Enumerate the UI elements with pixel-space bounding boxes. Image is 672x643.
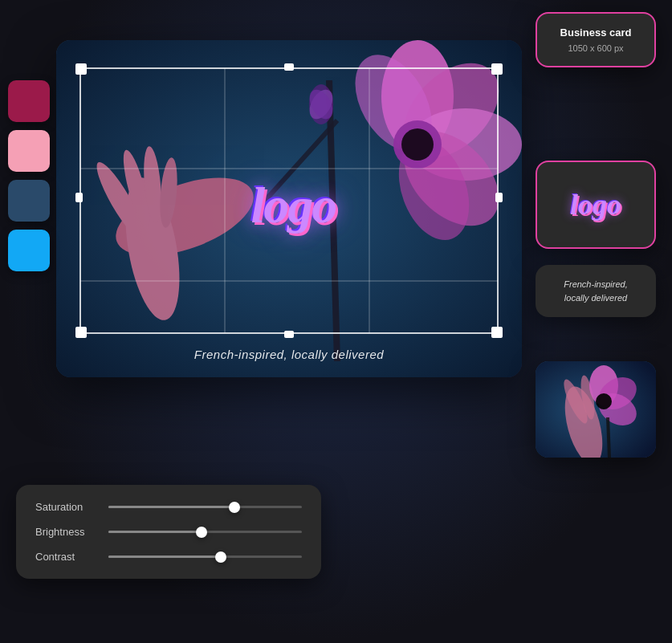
- svg-point-16: [401, 128, 434, 161]
- adjustments-panel: Saturation Brightness Contrast: [16, 485, 321, 579]
- canvas-logo: logo: [250, 176, 336, 235]
- svg-point-2: [116, 173, 189, 324]
- svg-point-18: [305, 86, 338, 124]
- swatch-cyan[interactable]: [8, 230, 50, 271]
- svg-point-19: [305, 86, 338, 124]
- brightness-label: Brightness: [35, 526, 96, 538]
- svg-point-14: [340, 42, 447, 165]
- brightness-slider[interactable]: [108, 531, 302, 533]
- logo-preview-text: logo: [570, 188, 621, 222]
- svg-rect-31: [75, 193, 83, 202]
- canvas-area: logo French-inspired, locally delivered: [56, 40, 522, 377]
- svg-point-3: [90, 157, 151, 243]
- saturation-fill: [108, 506, 234, 508]
- tagline-preview-text: French-inspired,locally delivered: [564, 278, 627, 304]
- contrast-thumb[interactable]: [215, 551, 226, 563]
- swatch-navy[interactable]: [8, 180, 50, 222]
- saturation-label: Saturation: [35, 501, 96, 513]
- svg-point-13: [386, 130, 483, 250]
- business-card-panel: Business card 1050 x 600 px: [536, 12, 656, 67]
- svg-rect-32: [495, 193, 503, 202]
- swatch-crimson[interactable]: [8, 80, 50, 122]
- svg-line-41: [608, 417, 609, 458]
- scene: logo French-inspired, locally delivered …: [0, 0, 672, 643]
- contrast-fill: [108, 556, 221, 558]
- business-card-title: Business card: [550, 26, 641, 39]
- logo-preview-panel: logo: [536, 161, 656, 249]
- svg-rect-26: [491, 63, 503, 75]
- svg-point-5: [141, 145, 164, 223]
- svg-point-10: [386, 45, 517, 176]
- svg-point-4: [118, 148, 154, 230]
- saturation-thumb[interactable]: [229, 502, 240, 513]
- svg-point-17: [309, 84, 333, 124]
- svg-point-6: [157, 157, 180, 228]
- brightness-row: Brightness: [35, 526, 302, 538]
- svg-point-40: [596, 393, 612, 409]
- svg-point-12: [386, 113, 517, 244]
- contrast-row: Contrast: [35, 551, 302, 563]
- brightness-fill: [108, 531, 202, 533]
- svg-point-15: [393, 120, 442, 169]
- thumb-inner: [536, 361, 656, 458]
- contrast-slider[interactable]: [108, 556, 302, 558]
- swatch-pink[interactable]: [8, 130, 50, 172]
- svg-point-9: [381, 40, 454, 153]
- svg-point-1: [106, 162, 264, 272]
- svg-point-11: [409, 108, 522, 181]
- svg-rect-29: [284, 63, 294, 71]
- contrast-label: Contrast: [35, 551, 96, 563]
- saturation-slider[interactable]: [108, 506, 302, 508]
- tagline-preview-panel: French-inspired,locally delivered: [536, 265, 656, 317]
- svg-rect-25: [75, 63, 87, 75]
- main-canvas: logo French-inspired, locally delivered: [56, 40, 522, 377]
- canvas-tagline: French-inspired, locally delivered: [194, 348, 384, 361]
- business-card-dimensions: 1050 x 600 px: [550, 43, 641, 53]
- photo-thumbnail-panel: [536, 361, 656, 458]
- svg-rect-28: [491, 327, 503, 338]
- brightness-thumb[interactable]: [196, 527, 207, 538]
- color-palette: [8, 80, 50, 271]
- svg-rect-27: [75, 327, 87, 338]
- saturation-row: Saturation: [35, 501, 302, 513]
- svg-rect-30: [284, 331, 294, 338]
